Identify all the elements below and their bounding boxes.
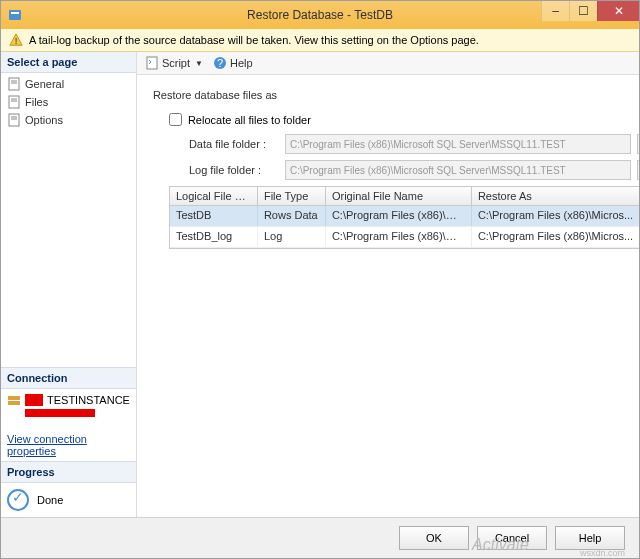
toolbar: Script ▼ ? Help bbox=[137, 52, 639, 75]
view-connection-properties-link[interactable]: View connection properties bbox=[7, 433, 130, 457]
warning-text: A tail-log backup of the source database… bbox=[29, 34, 479, 46]
done-icon bbox=[7, 489, 29, 511]
content-area: Restore database files as Relocate all f… bbox=[137, 75, 639, 517]
main-panel: Script ▼ ? Help Restore database files a… bbox=[137, 52, 639, 517]
table-row[interactable]: TestDB_log Log C:\Program Files (x86)\Mi… bbox=[170, 227, 639, 248]
title-bar: Restore Database - TestDB – ☐ ✕ bbox=[1, 1, 639, 29]
svg-rect-1 bbox=[11, 12, 19, 14]
cell-type: Log bbox=[258, 227, 326, 247]
log-folder-field: C:\Program Files (x86)\Microsoft SQL Ser… bbox=[285, 160, 631, 180]
relocate-row: Relocate all files to folder bbox=[169, 113, 639, 126]
script-icon bbox=[145, 56, 159, 70]
script-label: Script bbox=[162, 57, 190, 69]
window-controls: – ☐ ✕ bbox=[541, 1, 639, 21]
maximize-button[interactable]: ☐ bbox=[569, 1, 597, 21]
relocate-checkbox[interactable] bbox=[169, 113, 182, 126]
browse-log-folder-button[interactable]: ... bbox=[637, 160, 639, 180]
help-label: Help bbox=[230, 57, 253, 69]
sidebar-item-files[interactable]: Files bbox=[1, 93, 136, 111]
warning-bar: ! A tail-log backup of the source databa… bbox=[1, 29, 639, 52]
select-page-header: Select a page bbox=[1, 52, 136, 73]
nav-label: Options bbox=[25, 114, 63, 126]
data-folder-label: Data file folder : bbox=[169, 138, 279, 150]
cell-logical: TestDB_log bbox=[170, 227, 258, 247]
server-line: TESTINSTANCE bbox=[7, 393, 130, 407]
log-folder-label: Log file folder : bbox=[169, 164, 279, 176]
connection-header: Connection bbox=[1, 367, 136, 389]
sidebar-item-options[interactable]: Options bbox=[1, 111, 136, 129]
server-icon bbox=[7, 393, 21, 407]
nav-label: Files bbox=[25, 96, 48, 108]
redacted-block bbox=[25, 394, 43, 406]
svg-rect-14 bbox=[8, 401, 20, 405]
col-type[interactable]: File Type bbox=[258, 187, 326, 205]
script-button[interactable]: Script ▼ bbox=[145, 56, 203, 70]
warning-icon: ! bbox=[9, 33, 23, 47]
cell-original: C:\Program Files (x86)\Micros... bbox=[326, 227, 472, 247]
svg-rect-13 bbox=[8, 396, 20, 400]
page-icon bbox=[7, 95, 21, 109]
svg-rect-4 bbox=[9, 78, 19, 90]
cell-restore: C:\Program Files (x86)\Micros... bbox=[472, 206, 639, 226]
chevron-down-icon: ▼ bbox=[195, 59, 203, 68]
col-logical[interactable]: Logical File Name bbox=[170, 187, 258, 205]
close-button[interactable]: ✕ bbox=[597, 1, 639, 21]
progress-header: Progress bbox=[1, 461, 136, 483]
help-dialog-button[interactable]: Help bbox=[555, 526, 625, 550]
progress-body: Done bbox=[1, 483, 136, 517]
svg-text:!: ! bbox=[15, 35, 18, 46]
relocate-label: Relocate all files to folder bbox=[188, 114, 311, 126]
svg-rect-10 bbox=[9, 114, 19, 126]
progress-status: Done bbox=[37, 494, 63, 506]
svg-text:?: ? bbox=[217, 57, 223, 69]
section-title: Restore database files as bbox=[153, 89, 639, 101]
data-folder-row: Data file folder : C:\Program Files (x86… bbox=[169, 134, 639, 154]
instance-name: TESTINSTANCE bbox=[47, 394, 130, 406]
help-icon: ? bbox=[213, 56, 227, 70]
page-nav: General Files Options bbox=[1, 73, 136, 131]
log-folder-row: Log file folder : C:\Program Files (x86)… bbox=[169, 160, 639, 180]
help-button[interactable]: ? Help bbox=[213, 56, 253, 70]
sidebar-item-general[interactable]: General bbox=[1, 75, 136, 93]
nav-label: General bbox=[25, 78, 64, 90]
svg-rect-0 bbox=[9, 10, 21, 20]
app-icon bbox=[7, 7, 23, 23]
dialog-buttons: Activate OK Cancel Help wsxdn.com bbox=[1, 517, 639, 558]
col-original[interactable]: Original File Name bbox=[326, 187, 472, 205]
sidebar: Select a page General Files Options Conn… bbox=[1, 52, 137, 517]
cell-restore: C:\Program Files (x86)\Micros... bbox=[472, 227, 639, 247]
browse-data-folder-button[interactable]: ... bbox=[637, 134, 639, 154]
cell-logical: TestDB bbox=[170, 206, 258, 226]
svg-rect-15 bbox=[147, 57, 157, 69]
files-grid: Logical File Name File Type Original Fil… bbox=[169, 186, 639, 249]
ok-button[interactable]: OK bbox=[399, 526, 469, 550]
minimize-button[interactable]: – bbox=[541, 1, 569, 21]
data-folder-field: C:\Program Files (x86)\Microsoft SQL Ser… bbox=[285, 134, 631, 154]
page-icon bbox=[7, 77, 21, 91]
page-icon bbox=[7, 113, 21, 127]
redacted-block bbox=[25, 409, 95, 417]
svg-rect-7 bbox=[9, 96, 19, 108]
table-row[interactable]: TestDB Rows Data C:\Program Files (x86)\… bbox=[170, 206, 639, 227]
cancel-button[interactable]: Cancel bbox=[477, 526, 547, 550]
cell-type: Rows Data bbox=[258, 206, 326, 226]
connection-body: TESTINSTANCE View connection properties bbox=[1, 389, 136, 461]
grid-header: Logical File Name File Type Original Fil… bbox=[170, 187, 639, 206]
watermark-url: wsxdn.com bbox=[580, 548, 625, 558]
cell-original: C:\Program Files (x86)\Micros... bbox=[326, 206, 472, 226]
window-title: Restore Database - TestDB bbox=[247, 8, 393, 22]
col-restore[interactable]: Restore As bbox=[472, 187, 639, 205]
